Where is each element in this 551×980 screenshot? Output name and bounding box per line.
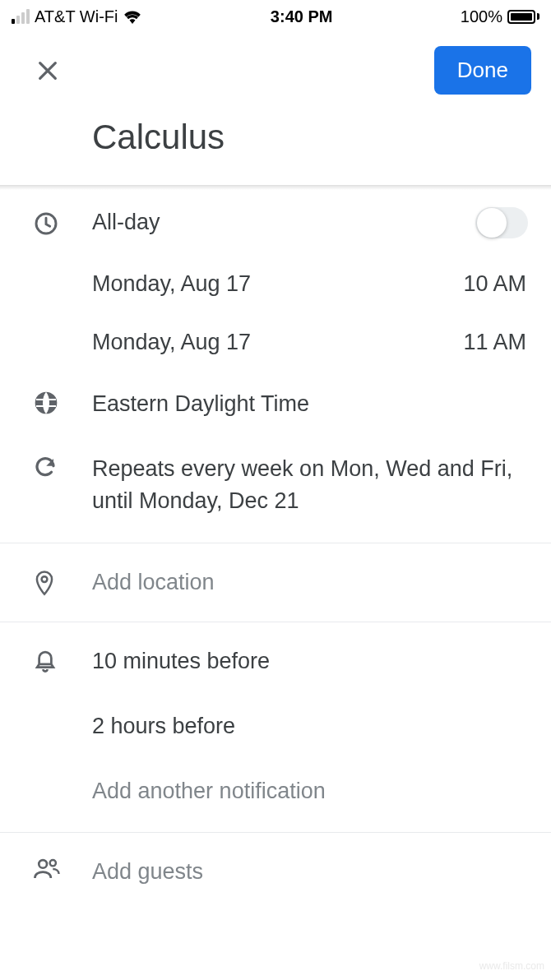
people-icon xyxy=(33,856,92,881)
guests-row[interactable]: Add guests xyxy=(0,833,551,904)
timezone-label: Eastern Daylight Time xyxy=(92,388,531,420)
location-pin-icon xyxy=(33,566,92,596)
add-notification-row[interactable]: Add another notification xyxy=(0,759,551,832)
end-date: Monday, Aug 17 xyxy=(92,330,251,355)
header: Done xyxy=(0,33,551,95)
end-time: 11 AM xyxy=(463,330,526,355)
status-bar: AT&T Wi-Fi 3:40 PM 100% xyxy=(0,0,551,33)
notifications-section: 10 minutes before 2 hours before Add ano… xyxy=(0,622,551,832)
location-row[interactable]: Add location xyxy=(0,543,551,622)
globe-icon xyxy=(33,388,92,416)
start-date: Monday, Aug 17 xyxy=(92,271,251,297)
recurrence-label: Repeats every week on Mon, Wed and Fri, … xyxy=(92,453,531,517)
bell-icon xyxy=(33,645,92,673)
done-button[interactable]: Done xyxy=(434,46,531,95)
end-datetime-row[interactable]: Monday, Aug 17 11 AM xyxy=(0,313,551,372)
wifi-icon xyxy=(123,9,142,24)
recurrence-row[interactable]: Repeats every week on Mon, Wed and Fri, … xyxy=(0,437,551,542)
start-time: 10 AM xyxy=(463,271,526,297)
svg-point-4 xyxy=(50,860,56,866)
all-day-toggle[interactable] xyxy=(475,207,528,238)
notification-row-0[interactable]: 10 minutes before xyxy=(0,622,551,694)
watermark: www.filsm.com xyxy=(479,960,544,972)
add-notification-label: Add another notification xyxy=(92,775,531,807)
svg-point-2 xyxy=(42,576,48,582)
notification-label-0: 10 minutes before xyxy=(92,645,531,677)
location-placeholder: Add location xyxy=(92,566,531,599)
timezone-row[interactable]: Eastern Daylight Time xyxy=(0,372,551,437)
guests-placeholder: Add guests xyxy=(92,856,531,888)
notification-row-1[interactable]: 2 hours before xyxy=(0,694,551,759)
cellular-signal-icon xyxy=(12,9,30,24)
battery-percent: 100% xyxy=(461,7,502,26)
battery-icon xyxy=(507,10,539,24)
svg-point-3 xyxy=(39,860,47,868)
close-button[interactable] xyxy=(35,58,61,84)
status-time: 3:40 PM xyxy=(271,7,333,26)
carrier-label: AT&T Wi-Fi xyxy=(35,7,118,26)
time-section: All-day Monday, Aug 17 10 AM Monday, Aug… xyxy=(0,190,551,543)
notification-label-1: 2 hours before xyxy=(92,710,531,742)
repeat-icon xyxy=(33,453,92,479)
event-title[interactable]: Calculus xyxy=(0,95,551,185)
start-datetime-row[interactable]: Monday, Aug 17 10 AM xyxy=(0,255,551,313)
clock-icon xyxy=(33,209,92,237)
all-day-label: All-day xyxy=(92,206,475,238)
